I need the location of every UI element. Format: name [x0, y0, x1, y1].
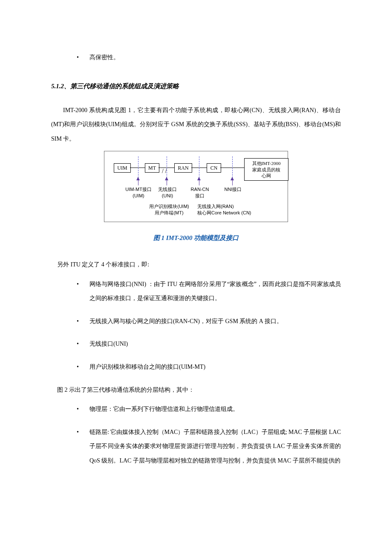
- list-text: 无线接入网与核心网之间的接口(RAN-CN)，对应于 GSM 系统的 A 接口。: [89, 318, 282, 324]
- list-item: 网络与网络接口(NNI) ：由于 ITU 在网络部分采用了“家族概念”，因而此接…: [77, 277, 341, 306]
- legend-left: 用户识别模块(UIM) 用户终端(MT): [144, 203, 195, 216]
- box-other-imt: 其他IMT-2000 家庭成员的核 心网: [244, 158, 288, 181]
- arrow-up-icon: [197, 177, 201, 180]
- arrow-stem: [199, 180, 200, 185]
- label-nni: NNI接口: [220, 186, 246, 192]
- arrow-up-icon: [136, 177, 140, 180]
- section-heading: 5.1.2、第三代移动通信的系统组成及演进策略: [51, 78, 341, 94]
- list-text: 用户识别模块和移动台之间的接口(UIM-MT): [89, 364, 205, 370]
- dashed-separator: [199, 156, 199, 178]
- list-item: 无线接入网与核心网之间的接口(RAN-CN)，对应于 GSM 系统的 A 接口。: [77, 314, 341, 329]
- arrow-up-icon: [165, 177, 168, 180]
- label-uim-mt: UIM-MT接口 (UIM): [121, 186, 156, 199]
- legend-right: 无线接入网(RAN) 核心网Core Network (CN): [197, 203, 270, 216]
- list-text: 物理层：它由一系列下行物理信道和上行物理信道组成。: [89, 406, 239, 412]
- list-text: 链路层: 它由媒体接入控制（MAC）子层和链路接入控制（LAC）子层组成; MA…: [89, 429, 341, 464]
- arrow-stem: [138, 180, 139, 185]
- label-ran-cn: RAN-CN 接口: [186, 186, 213, 199]
- list-text: 网络与网络接口(NNI) ：由于 ITU 在网络部分采用了“家族概念”，因而此接…: [89, 281, 341, 302]
- dashed-separator: [167, 156, 167, 178]
- bullet-list-pre: 高保密性。: [51, 50, 341, 65]
- label-uni: 无线接口 (UNI): [155, 186, 180, 199]
- paragraph: 另外 ITU 定义了 4 个标准接口，即:: [51, 257, 341, 272]
- dashed-separator: [232, 156, 233, 178]
- arrow-stem: [232, 180, 233, 185]
- list-item: 物理层：它由一系列下行物理信道和上行物理信道组成。: [77, 402, 341, 416]
- arrow-stem: [167, 180, 167, 185]
- arrow-up-icon: [231, 177, 234, 180]
- bullet-text: 高保密性。: [89, 54, 119, 61]
- list-item: 用户识别模块和移动台之间的接口(UIM-MT): [77, 360, 341, 374]
- box-cn: CN: [207, 163, 221, 173]
- box-mt: MT: [145, 163, 159, 173]
- list-text: 无线接口(UNI): [89, 341, 128, 347]
- paragraph: IMT-2000 系统构成见图 1，它主要有四个功能子系统构成，即核心网(CN)…: [51, 103, 341, 146]
- slash-icon: / /: [162, 164, 167, 179]
- box-ran: RAN: [174, 163, 192, 173]
- figure-wrapper: UIM MT RAN CN 其他IMT-2000 家庭成员的核 心网 / /: [51, 151, 341, 228]
- connector: [130, 168, 145, 168]
- box-uim: UIM: [114, 163, 131, 173]
- document-page: 高保密性。 5.1.2、第三代移动通信的系统组成及演进策略 IMT-2000 系…: [0, 0, 392, 502]
- interface-list: 网络与网络接口(NNI) ：由于 ITU 在网络部分采用了“家族概念”，因而此接…: [51, 277, 341, 374]
- paragraph: 图 2 示出了第三代移动通信系统的分层结构，其中：: [51, 383, 341, 397]
- list-item: 无线接口(UNI): [77, 337, 341, 351]
- dashed-separator: [138, 156, 138, 178]
- figure-caption: 图 1 IMT-2000 功能模型及接口: [51, 230, 341, 246]
- imt2000-diagram: UIM MT RAN CN 其他IMT-2000 家庭成员的核 心网 / /: [104, 151, 288, 222]
- layer-list: 物理层：它由一系列下行物理信道和上行物理信道组成。 链路层: 它由媒体接入控制（…: [51, 402, 341, 468]
- list-item: 链路层: 它由媒体接入控制（MAC）子层和链路接入控制（LAC）子层组成; MA…: [77, 425, 341, 468]
- list-item: 高保密性。: [77, 50, 341, 65]
